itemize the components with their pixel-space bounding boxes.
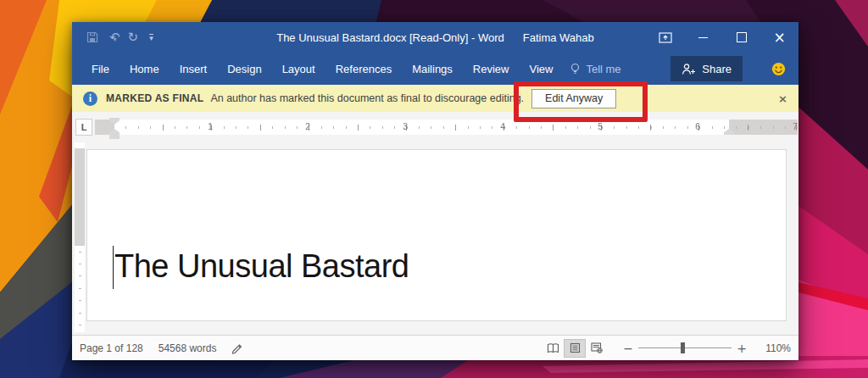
minimize-button[interactable] xyxy=(684,22,722,53)
ruler-number: 1 xyxy=(206,122,214,131)
redo-button[interactable]: ↻ xyxy=(128,31,139,44)
page-indicator[interactable]: Page 1 of 128 xyxy=(80,342,143,354)
tab-review[interactable]: Review xyxy=(463,63,520,75)
undo-dropdown-icon[interactable]: ▾ xyxy=(114,36,117,43)
window-title-area: The Unusual Bastard.docx [Read-Only] - W… xyxy=(208,31,663,44)
document-page[interactable]: The Unusual Bastard xyxy=(87,150,786,320)
status-right: − + 110% xyxy=(542,339,791,358)
share-person-icon xyxy=(682,63,696,75)
zoom-in-button[interactable]: + xyxy=(733,342,750,355)
zoom-slider[interactable] xyxy=(638,347,732,348)
tab-home[interactable]: Home xyxy=(120,63,170,75)
word-window: ↶▾ ↻ ▾ The Unusual Bastard.docx [Read-On… xyxy=(72,22,798,360)
read-mode-button[interactable] xyxy=(542,339,564,358)
quick-access-toolbar: ↶▾ ↻ ▾ xyxy=(72,31,222,44)
save-icon[interactable] xyxy=(86,31,98,43)
proofing-status-icon[interactable] xyxy=(231,342,244,354)
tab-references[interactable]: References xyxy=(326,63,402,75)
info-bar-label: MARKED AS FINAL xyxy=(106,92,203,104)
tab-insert[interactable]: Insert xyxy=(170,63,218,75)
word-count[interactable]: 54568 words xyxy=(159,342,217,354)
lightbulb-icon xyxy=(570,63,581,75)
edit-anyway-button[interactable]: Edit Anyway xyxy=(531,89,616,108)
tab-mailings[interactable]: Mailings xyxy=(402,63,463,75)
web-layout-button[interactable] xyxy=(586,339,608,358)
status-bar: Page 1 of 128 54568 words − + 110% xyxy=(72,335,798,360)
close-icon: × xyxy=(773,31,785,45)
status-left: Page 1 of 128 54568 words xyxy=(80,342,244,354)
info-bar-message: An author has marked this document as fi… xyxy=(210,92,524,104)
zoom-slider-thumb[interactable] xyxy=(681,342,685,353)
ruler-number: 5 xyxy=(596,122,604,131)
document-heading[interactable]: The Unusual Bastard xyxy=(114,248,409,286)
maximize-button[interactable] xyxy=(722,22,760,53)
window-controls: × xyxy=(646,22,798,53)
tell-me-label: Tell me xyxy=(586,63,620,75)
tab-file[interactable]: File xyxy=(81,63,120,75)
share-label: Share xyxy=(702,63,732,75)
tab-layout[interactable]: Layout xyxy=(272,63,326,75)
info-bar-close-icon[interactable]: × xyxy=(778,92,787,105)
ruler-row: L 1 2 3 4 5 6 7 xyxy=(72,112,798,142)
tab-design[interactable]: Design xyxy=(217,63,271,75)
ruler-number: 6 xyxy=(693,122,702,131)
ruler-number: 3 xyxy=(401,122,409,131)
vertical-ruler[interactable] xyxy=(75,142,85,332)
feedback-smiley-button[interactable] xyxy=(771,62,786,76)
undo-button[interactable]: ↶▾ xyxy=(109,31,117,44)
ribbon-tab-bar: File Home Insert Design Layout Reference… xyxy=(72,53,798,85)
customize-qat-button[interactable]: ▾ xyxy=(149,34,153,41)
marked-as-final-bar: i MARKED AS FINAL An author has marked t… xyxy=(72,85,798,112)
top-margin-zone xyxy=(75,148,85,246)
ruler-number: 2 xyxy=(303,122,312,131)
print-layout-button[interactable] xyxy=(564,339,586,358)
ruler-ticks xyxy=(95,120,798,135)
zoom-out-button[interactable]: − xyxy=(620,342,637,355)
horizontal-ruler[interactable]: 1 2 3 4 5 6 7 xyxy=(95,120,798,135)
share-button[interactable]: Share xyxy=(670,56,743,81)
text-cursor xyxy=(113,246,114,289)
document-title: The Unusual Bastard.docx [Read-Only] - W… xyxy=(276,31,504,44)
ruler-number: 4 xyxy=(498,122,507,131)
tab-stop-selector[interactable]: L xyxy=(75,119,92,136)
info-icon: i xyxy=(83,92,97,106)
maximize-icon xyxy=(737,32,747,42)
minimize-icon xyxy=(698,37,708,38)
tab-view[interactable]: View xyxy=(519,63,563,75)
left-indent-marker[interactable] xyxy=(109,135,120,139)
tell-me-box[interactable]: Tell me xyxy=(570,63,620,75)
signed-in-user: Fatima Wahab xyxy=(523,31,594,44)
document-area: The Unusual Bastard xyxy=(72,142,798,335)
ruler-number: 7 xyxy=(791,122,799,131)
zoom-level[interactable]: 110% xyxy=(755,342,791,354)
close-button[interactable]: × xyxy=(760,22,798,53)
ribbon-display-options-button[interactable] xyxy=(646,22,684,53)
title-bar: ↶▾ ↻ ▾ The Unusual Bastard.docx [Read-On… xyxy=(72,22,798,53)
